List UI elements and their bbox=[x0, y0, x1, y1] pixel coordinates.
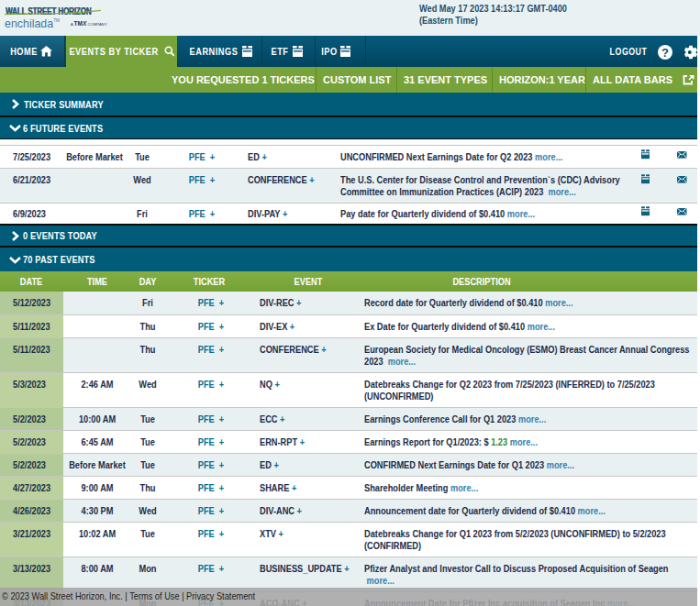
svg-text:?: ? bbox=[661, 46, 669, 60]
